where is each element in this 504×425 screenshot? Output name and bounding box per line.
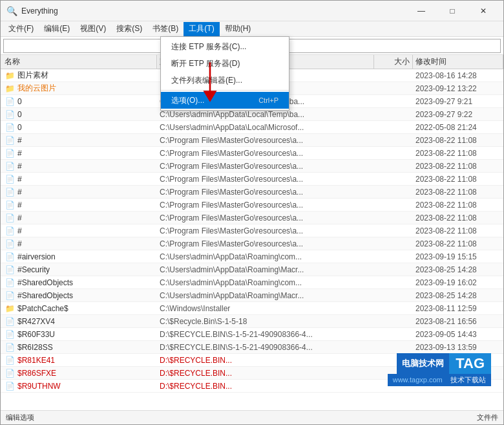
table-row[interactable]: 📄 # C:\Program Files\MasterGo\resources\… <box>1 173 503 186</box>
cell-path: C:\Users\admin\AppData\Roaming\com... <box>157 250 374 263</box>
table-row[interactable]: 📄 # C:\Program Files\MasterGo\resources\… <box>1 186 503 199</box>
file-icon: 📄 <box>5 161 15 171</box>
cell-date: 2023-08-22 11:08 <box>413 160 503 172</box>
cell-path: D:\$RECYCLE.BIN\S-1-5-21-490908366-4... <box>157 341 374 353</box>
table-row[interactable]: 📄 # C:\Program Files\MasterGo\resources\… <box>1 237 503 250</box>
cell-date: 2023-08-22 11:08 <box>413 134 503 146</box>
col-header-date[interactable]: 修改时间 <box>413 55 503 69</box>
file-name: 0 <box>17 110 22 119</box>
file-icon: 📄 <box>5 109 15 120</box>
cell-name: 📄 # <box>2 237 157 250</box>
col-header-size[interactable]: 大小 <box>374 55 413 69</box>
menu-bookmarks[interactable]: 书签(B) <box>147 22 184 36</box>
cell-size <box>374 341 413 353</box>
file-name: # <box>17 188 22 197</box>
table-row[interactable]: 📄 # C:\Program Files\MasterGo\resources\… <box>1 160 503 173</box>
table-row[interactable]: 📁 $PatchCache$ C:\Windows\Installer 2023… <box>1 302 503 315</box>
file-name: #SharedObjects <box>17 278 73 287</box>
file-name: $R427XV4 <box>17 317 55 326</box>
close-button[interactable]: ✕ <box>468 1 498 21</box>
cell-size <box>374 199 413 211</box>
cell-date: 2023-08-25 14:28 <box>413 289 503 301</box>
cell-size <box>374 380 413 392</box>
table-row[interactable]: 📄 # C:\Program Files\MasterGo\resources\… <box>1 147 503 160</box>
menu-view[interactable]: 视图(V) <box>75 22 111 36</box>
cell-path: C:\Program Files\MasterGo\resources\a... <box>157 237 374 250</box>
table-row[interactable]: 📄 # C:\Program Files\MasterGo\resources\… <box>1 224 503 237</box>
cell-path: C:\Windows\Installer <box>157 302 374 314</box>
table-row[interactable]: 📄 $R60F33U D:\$RECYCLE.BIN\S-1-5-21-4909… <box>1 328 503 341</box>
cell-size <box>374 186 413 198</box>
dropdown-item-label: 连接 ETP 服务器(C)... <box>171 41 246 52</box>
cell-size <box>374 224 413 237</box>
table-row[interactable]: 📄 # C:\Program Files\MasterGo\resources\… <box>1 199 503 212</box>
cell-date: 2023-08-25 14:28 <box>413 263 503 276</box>
table-row[interactable]: 📄 #SharedObjects C:\Users\admin\AppData\… <box>1 289 503 302</box>
table-row[interactable]: 📄 $R86SFXE D:\$RECYCLE.BIN... 2023-09-06… <box>1 367 503 380</box>
cell-path: C:\Program Files\MasterGo\resources\a... <box>157 212 374 224</box>
file-name: # <box>17 149 22 158</box>
cell-path: C:\Program Files\MasterGo\resources\a... <box>157 134 374 146</box>
cell-date: 2023-09-13 13:59 <box>413 341 503 353</box>
table-row[interactable]: 📄 $R6I28SS D:\$RECYCLE.BIN\S-1-5-21-4909… <box>1 341 503 354</box>
table-row[interactable]: 📄 $R81KE41 D:\$RECYCLE.BIN... 2023-09-06… <box>1 354 503 367</box>
cell-size <box>374 367 413 379</box>
cell-name: 📄 0 <box>2 95 157 107</box>
statusbar: 编辑选项 文件件 <box>1 410 503 424</box>
cell-date: 2023-08-16 14:28 <box>413 69 503 82</box>
minimize-button[interactable]: — <box>406 1 436 21</box>
menubar: 文件(F) 编辑(E) 视图(V) 搜索(S) 书签(B) 工具(T) 帮助(H… <box>1 21 503 37</box>
cell-name: 📄 0 <box>2 108 157 120</box>
file-icon: 📄 <box>5 148 15 158</box>
titlebar: 🔍 Everything — □ ✕ <box>1 1 503 21</box>
table-row[interactable]: 📄 # C:\Program Files\MasterGo\resources\… <box>1 212 503 224</box>
cell-name: 📄 $R6I28SS <box>2 341 157 353</box>
cell-name: 📄 $R427XV4 <box>2 315 157 327</box>
tools-dropdown: 连接 ETP 服务器(C)...断开 ETP 服务器(D)文件列表编辑器(E).… <box>160 36 289 111</box>
menu-search[interactable]: 搜索(S) <box>111 22 147 36</box>
table-row[interactable]: 📄 $R9UTHNW D:\$RECYCLE.BIN... <box>1 380 503 393</box>
cell-path: D:\$RECYCLE.BIN\S-1-5-21-490908366-4... <box>157 328 374 340</box>
dropdown-menu-item[interactable]: 文件列表编辑器(E)... <box>161 72 289 89</box>
file-icon: 📄 <box>5 174 15 184</box>
file-icon: 📄 <box>5 96 15 107</box>
dropdown-menu-item[interactable]: 选项(O)...Ctrl+P <box>161 92 289 109</box>
table-row[interactable]: 📄 #airversion C:\Users\admin\AppData\Roa… <box>1 250 503 263</box>
cell-name: 📄 # <box>2 134 157 146</box>
file-name: $R60F33U <box>17 330 55 339</box>
window-controls: — □ ✕ <box>406 1 498 21</box>
dropdown-menu-item[interactable]: 断开 ETP 服务器(D) <box>161 55 289 72</box>
col-header-name[interactable]: 名称 <box>2 55 157 69</box>
table-row[interactable]: 📄 $R427XV4 C:\$Recycle.Bin\S-1-5-18 2023… <box>1 315 503 328</box>
cell-name: 📄 # <box>2 147 157 159</box>
menu-file[interactable]: 文件(F) <box>3 22 39 36</box>
cell-path: C:\Program Files\MasterGo\resources\a... <box>157 147 374 159</box>
table-row[interactable]: 📄 0 C:\Users\admin\AppData\Local\Microso… <box>1 121 503 134</box>
cell-name: 📁 我的云图片 <box>2 82 157 94</box>
cell-date: 2023-08-22 11:08 <box>413 186 503 198</box>
folder-icon: 📁 <box>5 83 15 94</box>
file-name: $R86SFXE <box>17 369 56 378</box>
cell-size <box>374 354 413 366</box>
cell-size <box>374 173 413 185</box>
menu-help[interactable]: 帮助(H) <box>220 22 257 36</box>
file-name: # <box>17 201 22 210</box>
file-name: $R9UTHNW <box>17 382 61 391</box>
file-icon: 📄 <box>5 368 15 378</box>
dropdown-menu-item[interactable]: 连接 ETP 服务器(C)... <box>161 38 289 55</box>
table-row[interactable]: 📄 #Security C:\Users\admin\AppData\Roami… <box>1 263 503 276</box>
cell-name: 📁 图片素材 <box>2 69 157 82</box>
cell-date: 2023-08-22 11:08 <box>413 237 503 250</box>
cell-name: 📄 $R60F33U <box>2 328 157 340</box>
menu-tools[interactable]: 工具(T) <box>184 22 219 36</box>
table-row[interactable]: 📄 #SharedObjects C:\Users\admin\AppData\… <box>1 276 503 289</box>
cell-date <box>413 380 503 392</box>
maximize-button[interactable]: □ <box>437 1 467 21</box>
file-icon: 📄 <box>5 200 15 210</box>
cell-date: 2023-08-21 16:56 <box>413 315 503 327</box>
cell-date: 2023-08-11 12:59 <box>413 302 503 314</box>
cell-date: 2023-09-19 16:02 <box>413 276 503 289</box>
file-icon: 📄 <box>5 329 15 340</box>
menu-edit[interactable]: 编辑(E) <box>39 22 75 36</box>
table-row[interactable]: 📄 # C:\Program Files\MasterGo\resources\… <box>1 134 503 147</box>
